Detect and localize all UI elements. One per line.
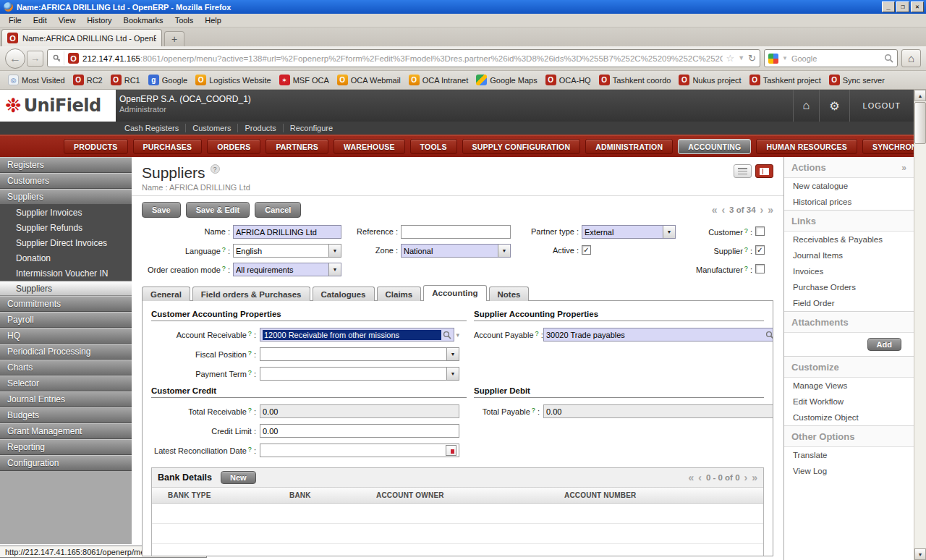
new-bank-button[interactable]: New bbox=[221, 471, 256, 484]
magnifier-icon[interactable] bbox=[443, 331, 451, 339]
sidebar-item-suppliers-active[interactable]: Suppliers bbox=[0, 281, 132, 296]
panel-link-new-catalogue[interactable]: New catalogue bbox=[784, 178, 914, 194]
nav-tab-partners[interactable]: PARTNERS bbox=[266, 139, 328, 154]
dropdown-arrow-icon[interactable]: ▼ bbox=[663, 226, 675, 238]
vertical-scrollbar[interactable]: ▲ ▼ bbox=[914, 90, 926, 560]
field-language[interactable]: English▼ bbox=[233, 244, 341, 258]
browser-tab[interactable]: O Name:AFRICA DRILLING Ltd - OpenERP bbox=[1, 29, 162, 46]
tab-claims[interactable]: Claims bbox=[377, 287, 422, 301]
tab-general[interactable]: General bbox=[142, 287, 190, 301]
panel-link-invoices[interactable]: Invoices bbox=[784, 263, 914, 279]
next-page-icon[interactable]: › bbox=[744, 472, 748, 483]
url-dropdown-icon[interactable]: ▼ bbox=[738, 55, 744, 61]
panel-link-manage-views[interactable]: Manage Views bbox=[784, 378, 914, 394]
bookmark-tashkent-project[interactable]: OTashkent project bbox=[746, 73, 825, 87]
bookmark-tashkent-coordo[interactable]: OTashkent coordo bbox=[595, 73, 675, 87]
panel-link-historical-prices[interactable]: Historical prices bbox=[784, 194, 914, 210]
reload-icon[interactable]: ↻ bbox=[748, 54, 756, 63]
menu-tools[interactable]: Tools bbox=[169, 14, 200, 26]
scroll-up-icon[interactable]: ▲ bbox=[914, 90, 926, 101]
bookmark-oca-webmail[interactable]: OOCA Webmail bbox=[334, 73, 404, 87]
dropdown-arrow-icon[interactable]: ▼ bbox=[328, 263, 341, 276]
shortcut-cash-registers[interactable]: Cash Registers bbox=[118, 124, 186, 132]
search-engine-dropdown-icon[interactable]: ▼ bbox=[782, 56, 788, 61]
sidebar-item-supplier-direct-invoices[interactable]: Supplier Direct Invoices bbox=[0, 235, 132, 250]
nav-tab-warehouse[interactable]: WAREHOUSE bbox=[334, 139, 405, 154]
bookmark-nukus-project[interactable]: ONukus project bbox=[675, 73, 744, 87]
next-record-icon[interactable]: › bbox=[760, 205, 764, 215]
bookmark-google-maps[interactable]: Google Maps bbox=[472, 73, 540, 87]
menu-file[interactable]: File bbox=[3, 14, 27, 26]
panel-link-view-log[interactable]: View Log bbox=[784, 463, 914, 479]
field-payment-term[interactable]: ▼ bbox=[260, 367, 459, 381]
bookmark-most-visited[interactable]: ◎Most Visited bbox=[4, 73, 69, 87]
sidebar-item-grant-management[interactable]: Grant Management bbox=[0, 423, 132, 439]
first-page-icon[interactable]: « bbox=[688, 472, 694, 483]
nav-tab-tools[interactable]: TOOLS bbox=[410, 139, 457, 154]
sidebar-item-payroll[interactable]: Payroll bbox=[0, 312, 132, 328]
panel-link-journal-items[interactable]: Journal Items bbox=[784, 247, 914, 263]
field-name[interactable]: AFRICA DRILLING Ltd bbox=[233, 225, 341, 239]
sidebar-item-suppliers[interactable]: Suppliers bbox=[0, 189, 132, 205]
save-button[interactable]: Save bbox=[142, 202, 181, 218]
scrollbar-thumb[interactable] bbox=[914, 102, 926, 144]
collapse-panel-icon[interactable]: » bbox=[901, 163, 906, 173]
logout-button[interactable]: LOGOUT bbox=[849, 90, 914, 122]
minimize-button[interactable]: _ bbox=[882, 1, 895, 12]
menu-edit[interactable]: Edit bbox=[27, 14, 53, 26]
sidebar-item-hq[interactable]: HQ bbox=[0, 328, 132, 344]
checkbox-active[interactable]: ✓ bbox=[582, 245, 591, 255]
field-account-receivable[interactable]: 12000 Receivable from other missions bbox=[260, 328, 454, 341]
panel-link-translate[interactable]: Translate bbox=[784, 447, 914, 463]
field-latest-reconciliation-date[interactable] bbox=[260, 444, 459, 457]
shortcut-reconfigure[interactable]: Reconfigure bbox=[284, 124, 339, 132]
last-page-icon[interactable]: » bbox=[752, 472, 757, 483]
bookmark-oca-hq[interactable]: OOCA-HQ bbox=[542, 73, 595, 87]
field-total-payable[interactable]: 0.00 bbox=[543, 404, 773, 418]
menu-help[interactable]: Help bbox=[199, 14, 227, 26]
sidebar-item-journal-entries[interactable]: Journal Entries bbox=[0, 391, 132, 407]
search-input[interactable]: Google bbox=[791, 54, 880, 63]
close-button[interactable]: ✕ bbox=[911, 1, 924, 12]
forward-button[interactable]: → bbox=[27, 51, 43, 67]
save-edit-button[interactable]: Save & Edit bbox=[186, 202, 250, 218]
sidebar-item-configuration[interactable]: Configuration bbox=[0, 455, 132, 471]
nav-tab-human-resources[interactable]: HUMAN RESOURCES bbox=[756, 139, 857, 154]
bookmark-logistics-website[interactable]: OLogistics Website bbox=[192, 73, 274, 87]
panel-link-receivables-payables[interactable]: Receivables & Payables bbox=[784, 232, 914, 247]
bookmark-google[interactable]: gGoogle bbox=[145, 73, 191, 87]
checkbox-manufacturer[interactable] bbox=[755, 264, 765, 273]
dropdown-arrow-icon[interactable]: ▼ bbox=[328, 245, 341, 257]
dropdown-arrow-icon[interactable]: ▼ bbox=[498, 245, 510, 257]
sidebar-item-periodical-processing[interactable]: Periodical Processing bbox=[0, 344, 132, 360]
sidebar-item-selector[interactable]: Selector bbox=[0, 376, 132, 391]
add-attachment-button[interactable]: Add bbox=[867, 338, 901, 351]
tab-catalogues[interactable]: Catalogues bbox=[313, 287, 375, 301]
panel-link-field-order[interactable]: Field Order bbox=[784, 295, 914, 311]
sidebar-item-donation[interactable]: Donation bbox=[0, 250, 132, 266]
list-view-button[interactable] bbox=[734, 164, 752, 178]
bookmark-rc1[interactable]: ORC1 bbox=[107, 73, 144, 87]
url-text[interactable]: 212.147.41.165:8061/openerp/menu?active=… bbox=[82, 54, 723, 63]
gear-icon[interactable]: ⚙ bbox=[819, 90, 849, 122]
field-credit-limit[interactable]: 0.00 bbox=[260, 424, 459, 438]
bookmark-msf-oca[interactable]: ✶MSF OCA bbox=[276, 73, 333, 87]
field-partner-type[interactable]: External▼ bbox=[582, 225, 676, 239]
dropdown-arrow-icon[interactable]: ▼ bbox=[446, 348, 459, 360]
field-account-payable[interactable]: 30020 Trade payables bbox=[543, 328, 773, 341]
search-bar[interactable]: ▼ Google bbox=[764, 49, 898, 67]
shortcut-customers[interactable]: Customers bbox=[186, 124, 238, 132]
field-order-creation-mode[interactable]: All requirements▼ bbox=[233, 263, 341, 276]
shortcut-products[interactable]: Products bbox=[238, 124, 283, 132]
nav-tab-accounting[interactable]: ACCOUNTING bbox=[678, 139, 751, 154]
menu-bookmarks[interactable]: Bookmarks bbox=[118, 14, 169, 26]
cancel-button[interactable]: Cancel bbox=[255, 202, 301, 218]
new-tab-button[interactable]: + bbox=[164, 31, 184, 46]
nav-tab-orders[interactable]: ORDERS bbox=[207, 139, 260, 154]
field-reference[interactable] bbox=[401, 225, 511, 239]
search-magnifier-icon[interactable] bbox=[884, 54, 893, 63]
prev-record-icon[interactable]: ‹ bbox=[721, 205, 725, 215]
tab-field-orders-purchases[interactable]: Field orders & Purchases bbox=[192, 287, 310, 301]
site-identity-icon[interactable] bbox=[50, 51, 64, 65]
sidebar-item-budgets[interactable]: Budgets bbox=[0, 407, 132, 423]
